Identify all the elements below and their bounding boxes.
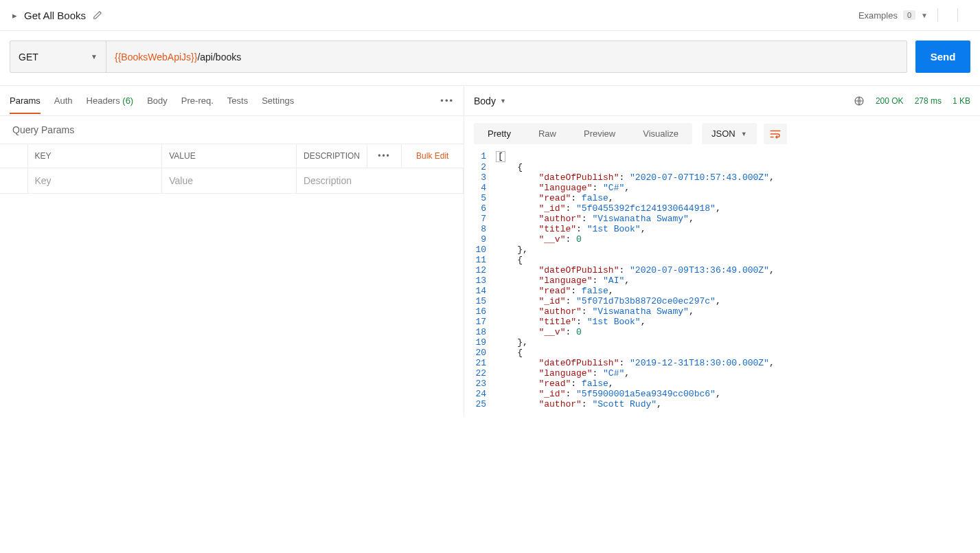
globe-icon[interactable] [854, 95, 865, 106]
line-number: 25 [464, 399, 496, 409]
line-number: 14 [464, 286, 496, 296]
tab-settings[interactable]: Settings [262, 87, 294, 114]
examples-count: 0 [903, 10, 915, 20]
line-number: 12 [464, 265, 496, 275]
request-pane: Params Auth Headers (6) Body Pre-req. Te… [0, 86, 464, 416]
code-line: 4 "language": "C#", [464, 183, 980, 193]
line-number: 1 [464, 151, 496, 162]
url-box: GET ▼ {{BooksWebApiJs}}/api/books [10, 41, 907, 73]
col-value: VALUE [162, 144, 297, 168]
expand-icon[interactable]: ▸ [12, 10, 17, 21]
param-desc-input[interactable] [304, 175, 456, 186]
tab-headers[interactable]: Headers (6) [87, 87, 134, 114]
line-number: 5 [464, 193, 496, 203]
tab-body[interactable]: Body [147, 87, 168, 114]
view-visualize[interactable]: Visualize [629, 123, 692, 144]
line-number: 2 [464, 162, 496, 172]
view-pretty[interactable]: Pretty [474, 123, 525, 144]
line-content: "language": "C#", [496, 368, 630, 379]
code-line: 5 "read": false, [464, 193, 980, 203]
tab-auth[interactable]: Auth [54, 87, 73, 114]
response-toolbar: Pretty Raw Preview Visualize JSON ▼ [464, 116, 980, 151]
code-line: 13 "language": "AI", [464, 275, 980, 286]
view-raw[interactable]: Raw [525, 123, 570, 144]
wrap-lines-icon[interactable] [764, 124, 787, 144]
response-pane: Body ▼ 200 OK 278 ms 1 KB Pretty Raw Pre… [464, 86, 980, 416]
bulk-edit-link[interactable]: Bulk Edit [402, 144, 464, 168]
headers-count: (6) [122, 95, 133, 106]
col-desc: DESCRIPTION [296, 144, 367, 168]
line-content: "read": false, [496, 379, 614, 389]
line-content: "author": "Viswanatha Swamy", [496, 306, 694, 317]
url-input[interactable]: {{BooksWebApiJs}}/api/books [106, 41, 907, 72]
line-number: 23 [464, 379, 496, 389]
send-button[interactable]: Send [915, 41, 970, 73]
response-header: Body ▼ 200 OK 278 ms 1 KB [464, 86, 980, 116]
line-content: "__v": 0 [496, 234, 582, 245]
chevron-down-icon: ▼ [741, 131, 747, 137]
tab-prereq[interactable]: Pre-req. [181, 87, 214, 114]
code-line: 23 "read": false, [464, 379, 980, 389]
code-line: 6 "_id": "5f0455392fc1241930644918", [464, 203, 980, 214]
chevron-down-icon: ▼ [500, 98, 506, 104]
examples-dropdown[interactable]: Examples 0 ▼ [858, 10, 928, 21]
edit-icon[interactable] [93, 10, 102, 20]
code-line: 2 { [464, 162, 980, 172]
param-value-input[interactable] [169, 175, 289, 186]
response-body-tab[interactable]: Body ▼ [474, 95, 506, 106]
response-code[interactable]: 1[2 {3 "dateOfPublish": "2020-07-07T10:5… [464, 151, 980, 416]
url-row: GET ▼ {{BooksWebApiJs}}/api/books Send [0, 31, 980, 85]
code-line: 1[ [464, 151, 980, 162]
request-name[interactable]: Get All Books [24, 10, 86, 21]
line-content: "_id": "5f0455392fc1241930644918", [496, 203, 721, 214]
code-line: 9 "__v": 0 [464, 234, 980, 245]
line-number: 15 [464, 296, 496, 306]
chevron-down-icon: ▼ [921, 12, 928, 19]
code-line: 11 { [464, 255, 980, 265]
code-line: 3 "dateOfPublish": "2020-07-07T10:57:43.… [464, 172, 980, 183]
divider [937, 8, 938, 22]
view-preview[interactable]: Preview [570, 123, 629, 144]
method-select[interactable]: GET ▼ [10, 41, 106, 72]
code-line: 8 "title": "1st Book", [464, 224, 980, 234]
request-tabs: Params Auth Headers (6) Body Pre-req. Te… [0, 86, 464, 116]
line-content: }, [496, 337, 528, 348]
divider [957, 8, 958, 22]
more-icon[interactable]: ••• [440, 95, 454, 106]
code-line: 7 "author": "Viswanatha Swamy", [464, 214, 980, 224]
code-line: 20 { [464, 348, 980, 358]
line-content: "language": "C#", [496, 183, 630, 193]
tab-params[interactable]: Params [10, 87, 41, 114]
line-content: "author": "Scott Rudy", [496, 399, 662, 409]
col-more-icon[interactable]: ••• [367, 144, 402, 168]
line-number: 7 [464, 214, 496, 224]
line-number: 22 [464, 368, 496, 379]
line-content: { [496, 162, 523, 172]
status-code: 200 OK [876, 96, 904, 106]
line-content: "dateOfPublish": "2020-07-07T10:57:43.00… [496, 172, 775, 183]
line-content: "title": "1st Book", [496, 317, 646, 327]
method-value: GET [19, 52, 38, 63]
line-content: "read": false, [496, 193, 614, 203]
line-number: 10 [464, 245, 496, 255]
line-number: 6 [464, 203, 496, 214]
line-number: 21 [464, 358, 496, 368]
line-number: 13 [464, 275, 496, 286]
line-number: 4 [464, 183, 496, 193]
response-time: 278 ms [915, 96, 942, 106]
code-line: 24 "_id": "5f5900001a5ea9349cc00bc6", [464, 389, 980, 399]
code-line: 14 "read": false, [464, 286, 980, 296]
format-select[interactable]: JSON ▼ [702, 123, 757, 144]
line-content: "author": "Viswanatha Swamy", [496, 214, 694, 224]
tab-tests[interactable]: Tests [227, 87, 248, 114]
line-content: "dateOfPublish": "2020-07-09T13:36:49.00… [496, 265, 775, 275]
line-number: 19 [464, 337, 496, 348]
param-key-input[interactable] [35, 175, 155, 186]
code-line: 18 "__v": 0 [464, 327, 980, 337]
line-content: "_id": "5f5900001a5ea9349cc00bc6", [496, 389, 721, 399]
line-number: 20 [464, 348, 496, 358]
code-line: 12 "dateOfPublish": "2020-07-09T13:36:49… [464, 265, 980, 275]
line-content: "language": "AI", [496, 275, 630, 286]
code-line: 21 "dateOfPublish": "2019-12-31T18:30:00… [464, 358, 980, 368]
request-header: ▸ Get All Books Examples 0 ▼ [0, 0, 980, 31]
